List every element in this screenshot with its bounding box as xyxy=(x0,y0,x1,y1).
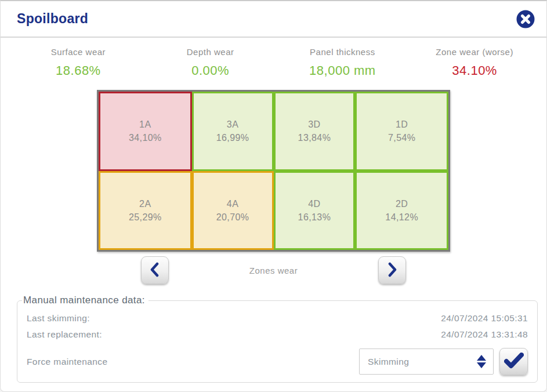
zone-cell-1a: 1A 34,10% xyxy=(99,92,192,171)
zone-cell-1d: 1D 7,54% xyxy=(355,92,448,171)
zone-cell-2a: 2A 25,29% xyxy=(99,171,192,251)
zone-name: 4D xyxy=(308,197,320,210)
stat-value: 18.68% xyxy=(12,63,144,78)
zone-wear-value: 13,84% xyxy=(298,131,331,144)
zone-name: 3A xyxy=(227,118,238,131)
stats-row: Surface wear 18.68% Depth wear 0.00% Pan… xyxy=(1,38,546,78)
stat-label: Panel thickness xyxy=(277,47,409,57)
next-zones-button[interactable] xyxy=(378,256,406,284)
arrow-down-icon xyxy=(477,362,486,368)
last-replacement-label: Last replacement: xyxy=(27,329,102,340)
zone-cell-3a: 3A 16,99% xyxy=(192,92,274,171)
dialog-header: Spoilboard xyxy=(1,1,546,38)
zone-name: 1A xyxy=(139,118,151,131)
force-maintenance-row: Force maintenance Skimming xyxy=(27,348,528,375)
force-maintenance-label: Force maintenance xyxy=(27,357,107,367)
zone-cell-2d: 2D 14,12% xyxy=(355,171,448,251)
last-skimming-row: Last skimming: 24/07/2024 15:05:31 xyxy=(27,313,528,324)
stat-surface-wear: Surface wear 18.68% xyxy=(12,47,144,78)
spoilboard-dialog: Spoilboard Surface wear 18.68% Depth wea… xyxy=(0,0,547,392)
last-skimming-value: 24/07/2024 15:05:31 xyxy=(441,313,528,324)
stat-depth-wear: Depth wear 0.00% xyxy=(144,47,277,78)
stat-label: Depth wear xyxy=(144,47,277,57)
close-button[interactable] xyxy=(515,9,536,30)
maintenance-type-select[interactable]: Skimming xyxy=(359,349,494,375)
force-maintenance-controls: Skimming xyxy=(359,348,528,375)
section-legend: Manual maintenance data: xyxy=(22,295,148,306)
page-title: Spoilboard xyxy=(17,11,88,27)
zone-cell-4a: 4A 20,70% xyxy=(192,171,274,251)
zone-cell-4d: 4D 16,13% xyxy=(274,171,356,251)
stat-value: 0.00% xyxy=(144,63,277,78)
zones-wear-caption: Zones wear xyxy=(249,266,298,275)
zone-wear-value: 16,99% xyxy=(216,131,249,144)
last-replacement-value: 24/07/2024 13:31:48 xyxy=(441,329,528,340)
zone-name: 3D xyxy=(308,118,320,131)
stat-label: Zone wear (worse) xyxy=(408,47,541,57)
zones-nav-row: Zones wear xyxy=(97,255,450,285)
selected-maintenance-type: Skimming xyxy=(368,357,409,367)
prev-zones-button[interactable] xyxy=(141,256,169,284)
zone-wear-value: 20,70% xyxy=(216,210,249,224)
zone-cell-3d: 3D 13,84% xyxy=(274,92,356,171)
zone-wear-value: 7,54% xyxy=(388,131,415,144)
close-circle-icon xyxy=(515,9,536,30)
zone-name: 4A xyxy=(227,197,238,210)
stat-label: Surface wear xyxy=(12,47,144,57)
check-icon xyxy=(504,353,524,371)
chevron-right-icon xyxy=(386,262,399,279)
stat-panel-thickness: Panel thickness 18,000 mm xyxy=(277,47,409,78)
zone-wear-value: 16,13% xyxy=(298,210,331,224)
stat-value: 18,000 mm xyxy=(277,63,409,78)
zone-wear-value: 34,10% xyxy=(129,131,162,144)
zone-wear-value: 14,12% xyxy=(385,210,418,224)
last-replacement-row: Last replacement: 24/07/2024 13:31:48 xyxy=(27,329,528,340)
stat-zone-wear-worse: Zone wear (worse) 34.10% xyxy=(408,47,541,78)
last-skimming-label: Last skimming: xyxy=(27,313,90,324)
up-down-arrows-icon[interactable] xyxy=(477,355,486,368)
zone-name: 1D xyxy=(396,118,408,131)
stat-value: 34.10% xyxy=(408,63,541,78)
arrow-up-icon xyxy=(477,355,486,361)
zone-name: 2D xyxy=(396,197,408,210)
zone-wear-value: 25,29% xyxy=(129,210,162,224)
manual-maintenance-section: Manual maintenance data: Last skimming: … xyxy=(17,295,538,383)
chevron-left-icon xyxy=(148,262,161,279)
zone-wear-grid: 1A 34,10% 3A 16,99% 3D 13,84% 1D 7,54% 2… xyxy=(97,90,450,252)
zone-name: 2A xyxy=(139,197,151,210)
confirm-maintenance-button[interactable] xyxy=(499,348,528,375)
